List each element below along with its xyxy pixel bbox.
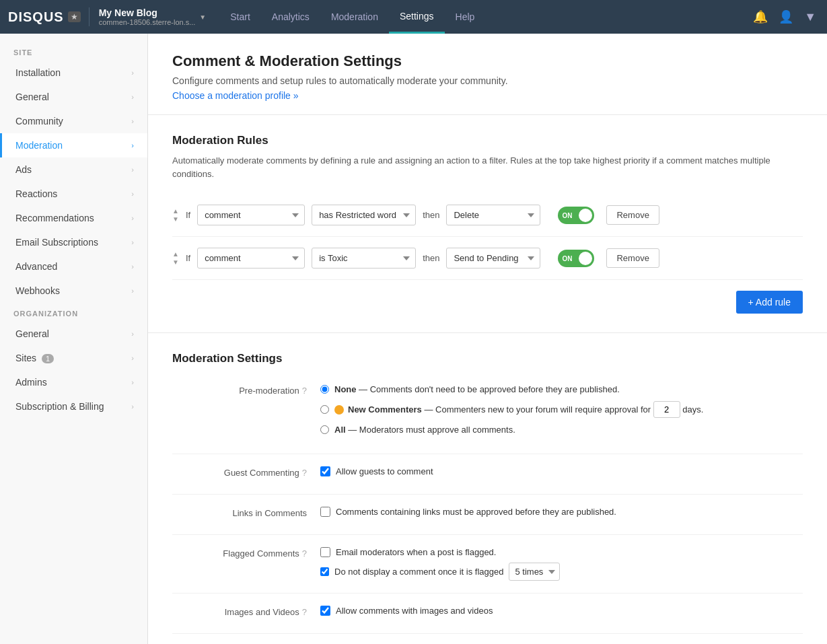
rule-1-sort-arrows[interactable]: ▲ ▼ (172, 208, 179, 223)
flagged-threshold-select[interactable]: 1 time 2 times 3 times 4 times 5 times (509, 563, 560, 581)
dropdown-icon[interactable]: ▼ (801, 7, 819, 27)
sidebar-item-ads-label: Ads (15, 164, 32, 175)
flagged-email-label[interactable]: Email moderators when a post is flagged. (336, 547, 496, 557)
sidebar-item-org-general[interactable]: General › (0, 322, 147, 346)
rule-1-subject-select[interactable]: comment (197, 205, 305, 225)
sidebar-item-advanced-label: Advanced (15, 261, 57, 272)
nav-analytics[interactable]: Analytics (261, 0, 320, 34)
rule-2-subject-select[interactable]: comment (197, 248, 305, 269)
sidebar-chevron: › (131, 214, 134, 222)
sidebar-item-community[interactable]: Community › (0, 109, 147, 133)
pre-mod-none-label[interactable]: None — Comments don't need to be approve… (334, 384, 620, 394)
sidebar-item-admins[interactable]: Admins › (0, 370, 147, 394)
topnav-right: 🔔 👤 ▼ (750, 7, 819, 27)
arrow-up-icon[interactable]: ▲ (172, 208, 179, 215)
site-subdomain: commen-18506.sterre-lon.s... (99, 18, 196, 26)
sidebar-chevron: › (131, 69, 134, 77)
org-section-label: ORGANIZATION (0, 303, 147, 322)
sidebar-chevron: › (131, 402, 134, 410)
sidebar-item-general[interactable]: General › (0, 85, 147, 109)
rule-2-if-label: If (186, 253, 190, 263)
rule-2-action-select[interactable]: Send to Pending Delete Approve (446, 248, 540, 269)
guest-commenting-help-icon[interactable]: ? (302, 468, 307, 478)
sidebar-chevron: › (131, 117, 134, 125)
flagged-display-checkbox[interactable] (320, 567, 329, 576)
sidebar-item-reactions[interactable]: Reactions › (0, 182, 147, 206)
pre-moderation-help-icon[interactable]: ? (302, 386, 307, 396)
rule-1-condition-select[interactable]: has Restricted word is Toxic contains li… (312, 205, 416, 225)
arrow-down-icon[interactable]: ▼ (172, 216, 179, 223)
pre-mod-new-label[interactable]: New Commenters — Commenters new to your … (334, 401, 703, 418)
images-videos-checkbox-label[interactable]: Allow comments with images and videos (336, 606, 493, 616)
moderation-settings-title: Moderation Settings (172, 352, 803, 365)
flagged-comments-help-icon[interactable]: ? (302, 548, 307, 559)
sidebar-item-advanced[interactable]: Advanced › (0, 254, 147, 279)
sidebar-item-moderation[interactable]: Moderation › (0, 133, 147, 157)
sidebar-item-installation[interactable]: Installation › (0, 61, 147, 85)
pre-mod-none-radio[interactable] (320, 385, 329, 394)
add-rule-button[interactable]: + Add rule (736, 291, 803, 314)
moderation-profile-link[interactable]: Choose a moderation profile » (172, 90, 299, 101)
site-selector-chevron: ▼ (199, 13, 206, 21)
guest-commenting-checkbox-label[interactable]: Allow guests to comment (336, 466, 433, 476)
rule-1-on-label: ON (562, 211, 572, 219)
links-in-comments-checkbox[interactable] (320, 507, 330, 517)
rule-1-remove-button[interactable]: Remove (606, 205, 659, 225)
sidebar-item-ads[interactable]: Ads › (0, 157, 147, 182)
sidebar-item-org-general-label: General (15, 328, 49, 339)
nav-start[interactable]: Start (219, 0, 261, 34)
rule-2-sort-arrows[interactable]: ▲ ▼ (172, 251, 179, 266)
images-videos-checkbox[interactable] (320, 606, 330, 616)
links-in-comments-label: Links in Comments (172, 507, 307, 518)
pre-mod-all-radio[interactable] (320, 425, 329, 434)
sidebar-item-webhooks[interactable]: Webhooks › (0, 279, 147, 303)
pre-mod-new-radio[interactable] (320, 405, 329, 414)
arrow-up-icon[interactable]: ▲ (172, 251, 179, 258)
sidebar-item-sites-label: Sites 1 (15, 353, 54, 363)
rule-1-action-select[interactable]: Delete Send to Pending Approve (446, 205, 540, 225)
sidebar-chevron-active: › (131, 141, 134, 149)
links-in-comments-checkbox-label[interactable]: Comments containing links must be approv… (336, 507, 616, 517)
rule-2-then-label: then (423, 253, 439, 263)
sidebar-chevron: › (131, 354, 134, 362)
sidebar-item-sites[interactable]: Sites 1 › (0, 346, 147, 370)
guest-commenting-checkbox[interactable] (320, 466, 330, 476)
site-selector[interactable]: My New Blog commen-18506.sterre-lon.s...… (89, 7, 207, 26)
arrow-down-icon[interactable]: ▼ (172, 259, 179, 266)
pre-mod-all-option: All — Moderators must approve all commen… (320, 425, 803, 435)
sidebar-item-email-subscriptions[interactable]: Email Subscriptions › (0, 230, 147, 254)
sidebar-item-billing-label: Subscription & Billing (15, 401, 104, 412)
logo-star: ★ (68, 11, 81, 22)
sidebar-item-moderation-label: Moderation (15, 140, 63, 151)
page-title: Comment & Moderation Settings (172, 52, 803, 70)
images-videos-help-icon[interactable]: ? (302, 607, 307, 617)
flagged-email-checkbox[interactable] (320, 547, 330, 557)
pre-moderation-label: Pre-moderation ? (172, 384, 307, 396)
flagged-comments-control: Email moderators when a post is flagged.… (320, 547, 803, 581)
pre-moderation-row: Pre-moderation ? None — Comments don't n… (172, 372, 803, 454)
flagged-display-label[interactable]: Do not display a comment once it is flag… (334, 567, 503, 577)
new-commenters-days-input[interactable] (653, 401, 680, 418)
nav-links: Start Analytics Moderation Settings Help (219, 0, 750, 34)
notification-icon[interactable]: 🔔 (750, 7, 770, 27)
rule-2-toggle[interactable]: ON (558, 250, 594, 267)
images-videos-option: Allow comments with images and videos (320, 606, 803, 616)
pre-mod-all-label[interactable]: All — Moderators must approve all commen… (334, 425, 515, 435)
sidebar-chevron: › (131, 287, 134, 295)
rules-footer: + Add rule (172, 280, 803, 314)
rule-2-condition-select[interactable]: is Toxic has Restricted word contains li… (312, 248, 416, 269)
links-in-comments-row: Links in Comments Comments containing li… (172, 495, 803, 535)
sidebar-item-recommendations[interactable]: Recommendations › (0, 206, 147, 230)
nav-help[interactable]: Help (445, 0, 486, 34)
logo[interactable]: DISQUS ★ (8, 9, 81, 25)
user-icon[interactable]: 👤 (776, 7, 796, 27)
rule-2-toggle-slider: ON (558, 250, 594, 267)
nav-moderation[interactable]: Moderation (320, 0, 389, 34)
sidebar-item-billing[interactable]: Subscription & Billing › (0, 394, 147, 419)
sidebar-chevron: › (131, 190, 134, 198)
rule-1-toggle[interactable]: ON (558, 207, 594, 224)
nav-settings[interactable]: Settings (389, 0, 445, 34)
moderation-settings-section: Moderation Settings Pre-moderation ? Non… (148, 333, 827, 644)
sidebar-chevron: › (131, 330, 134, 338)
rule-2-remove-button[interactable]: Remove (606, 248, 659, 268)
